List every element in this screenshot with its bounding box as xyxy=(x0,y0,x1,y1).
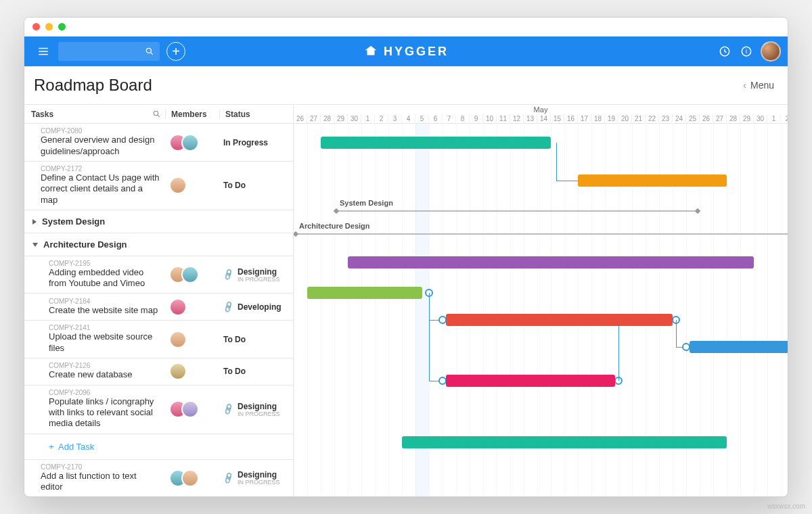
timeline-day: 24 xyxy=(673,114,686,124)
member-avatars xyxy=(169,331,187,348)
timeline-day: 26 xyxy=(294,114,307,124)
task-id: COMPY-2170 xyxy=(41,464,160,471)
task-id: COMPY-2184 xyxy=(49,298,160,305)
group-row[interactable]: System Design xyxy=(24,210,293,233)
timeline-day: 28 xyxy=(321,114,334,124)
task-row[interactable]: COMPY-2195Adding embedded video from You… xyxy=(24,256,293,294)
task-title: Adding embedded video from Youtube and V… xyxy=(49,267,160,289)
timeline-day: 23 xyxy=(659,114,673,124)
task-row[interactable]: COMPY-2184Create the website site map 🔗D… xyxy=(24,294,293,321)
timeline-day: 4 xyxy=(402,114,415,124)
group-name: System Design xyxy=(42,216,105,227)
timeline-day: 16 xyxy=(564,114,578,124)
board-title: Roadmap Board xyxy=(34,76,152,95)
timeline-day: 15 xyxy=(551,114,564,124)
task-row[interactable]: COMPY-2126Create new database To Do xyxy=(24,358,293,386)
timeline-day: 30 xyxy=(348,114,361,124)
add-task-row[interactable]: + Add Task xyxy=(24,434,293,460)
member-avatars xyxy=(169,298,187,316)
timeline-day: 17 xyxy=(578,114,591,124)
task-id: COMPY-2080 xyxy=(41,128,160,135)
link-icon: 🔗 xyxy=(222,471,235,485)
logo-icon xyxy=(363,44,378,59)
task-status: Designing xyxy=(238,267,280,277)
member-avatars xyxy=(169,134,199,151)
gantt-bar[interactable] xyxy=(307,287,422,299)
close-icon[interactable] xyxy=(32,23,40,30)
gantt-bar[interactable] xyxy=(402,436,727,448)
task-row[interactable]: COMPY-2080General overview and design gu… xyxy=(24,124,293,162)
menu-label: Menu xyxy=(750,80,774,91)
group-bar-label: System Design xyxy=(340,199,393,207)
history-button[interactable] xyxy=(717,44,732,59)
timeline-day: 6 xyxy=(429,114,443,124)
svg-point-0 xyxy=(146,48,151,53)
timeline-month: May xyxy=(294,105,788,114)
group-bar xyxy=(294,233,788,235)
task-status: To Do xyxy=(223,367,246,376)
task-title: Create the website site map xyxy=(49,305,160,316)
watermark: wsxwsx.com xyxy=(767,503,805,510)
link-icon: 🔗 xyxy=(222,402,235,416)
user-avatar[interactable] xyxy=(761,41,781,62)
timeline-panel[interactable]: May 262728293012345678910111213141516171… xyxy=(294,105,788,496)
tasks-columns-header: Tasks Members Status xyxy=(24,105,293,124)
timeline-rows: System Design Architecture Design xyxy=(294,124,788,458)
svg-point-4 xyxy=(154,111,158,116)
task-title: Upload the website source files xyxy=(49,331,160,354)
task-status: Developing xyxy=(238,302,281,312)
task-id: COMPY-2126 xyxy=(49,363,160,369)
group-row[interactable]: Architecture Design xyxy=(24,233,293,256)
task-row[interactable]: COMPY-2170Add a list function to text ed… xyxy=(24,460,293,497)
task-id: COMPY-2141 xyxy=(49,325,160,331)
timeline-day: 19 xyxy=(605,114,618,124)
board-header: Roadmap Board ‹Menu xyxy=(24,66,788,104)
timeline-day: 25 xyxy=(686,114,700,124)
member-avatars xyxy=(169,469,199,487)
task-id: COMPY-2096 xyxy=(49,390,160,396)
gantt-bar[interactable] xyxy=(690,341,788,353)
timeline-day: 2 xyxy=(375,114,388,124)
gantt-bar[interactable] xyxy=(446,314,673,326)
gantt-bar[interactable] xyxy=(446,375,615,387)
clock-icon xyxy=(718,45,731,58)
board-menu-link[interactable]: ‹Menu xyxy=(743,80,774,91)
search-input[interactable] xyxy=(58,42,160,61)
group-name: Architecture Design xyxy=(43,239,127,250)
col-tasks: Tasks xyxy=(31,110,53,119)
timeline-day: 9 xyxy=(470,114,483,124)
task-title: Populate links / icongraphy with links t… xyxy=(49,396,160,429)
timeline-day: 8 xyxy=(456,114,470,124)
gantt-bar[interactable] xyxy=(321,137,551,149)
task-row[interactable]: COMPY-2172Define a Contact Us page with … xyxy=(24,162,293,210)
minimize-icon[interactable] xyxy=(45,23,53,30)
task-title: General overview and design guidelines/a… xyxy=(41,135,160,157)
timeline-day: 20 xyxy=(618,114,632,124)
link-icon: 🔗 xyxy=(222,268,235,281)
maximize-icon[interactable] xyxy=(58,23,66,30)
task-row[interactable]: COMPY-2141Upload the website source file… xyxy=(24,321,293,358)
group-bar xyxy=(334,210,700,212)
plus-icon: + xyxy=(49,442,58,452)
timeline-day: 2 xyxy=(781,114,788,124)
app-window: + HYGGER i Roadmap Board ‹Menu Tasks xyxy=(24,17,788,497)
search-icon[interactable] xyxy=(152,110,161,118)
info-button[interactable]: i xyxy=(739,44,754,59)
task-row[interactable]: COMPY-2096Populate links / icongraphy wi… xyxy=(24,386,293,434)
gantt-bar[interactable] xyxy=(348,256,754,268)
task-status: In Progress xyxy=(223,138,268,147)
timeline-day: 1 xyxy=(361,114,375,124)
add-button[interactable]: + xyxy=(166,42,185,61)
gantt-bar[interactable] xyxy=(578,174,727,187)
task-status: To Do xyxy=(223,181,246,190)
timeline-day: 3 xyxy=(388,114,402,124)
mac-titlebar xyxy=(24,18,788,37)
chevron-left-icon: ‹ xyxy=(743,80,746,91)
member-avatars xyxy=(169,400,199,418)
timeline-day: 30 xyxy=(754,114,767,124)
menu-button[interactable] xyxy=(31,39,55,64)
timeline-day: 10 xyxy=(483,114,497,124)
timeline-day: 28 xyxy=(727,114,740,124)
chevron-right-icon xyxy=(32,219,37,225)
timeline-day: 12 xyxy=(510,114,524,124)
